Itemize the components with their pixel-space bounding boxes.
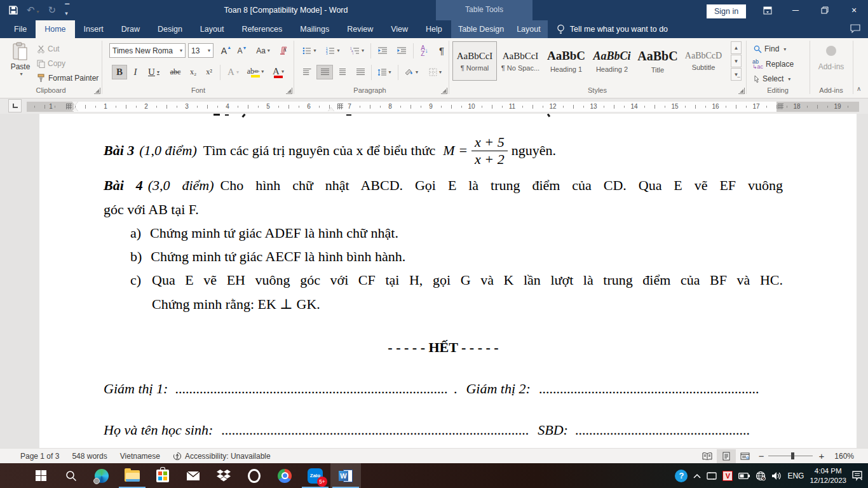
subscript-button[interactable]: x₂: [186, 65, 201, 79]
paragraph-dialog-launcher[interactable]: [441, 88, 447, 94]
network-globe-icon[interactable]: [756, 471, 766, 481]
taskbar-mail-icon[interactable]: [178, 463, 208, 488]
select-button[interactable]: Select▾: [754, 74, 790, 83]
show-marks-button[interactable]: ¶: [435, 43, 449, 58]
h-ruler[interactable]: 112345678910111213141516171819: [27, 102, 859, 112]
sort-button[interactable]: AZ↓: [416, 43, 433, 58]
taskbar-search-icon[interactable]: [56, 463, 86, 488]
tab-home[interactable]: Home: [36, 20, 74, 38]
taskbar-dropbox-icon[interactable]: [208, 463, 239, 488]
font-dialog-launcher[interactable]: [286, 88, 292, 94]
battery-icon[interactable]: [738, 473, 750, 479]
clear-formatting-button[interactable]: A: [276, 43, 291, 58]
decrease-indent-button[interactable]: [374, 43, 391, 58]
save-icon[interactable]: [9, 6, 18, 15]
align-center-button[interactable]: [316, 65, 333, 79]
shrink-font-button[interactable]: A▼: [234, 43, 250, 58]
style-subtitle[interactable]: AaBbCcD Subtitle: [681, 41, 726, 81]
shading-button[interactable]: ▾: [400, 65, 422, 79]
taskbar-explorer-icon[interactable]: [117, 463, 147, 488]
taskbar-zalo-icon[interactable]: Zalo 5+: [300, 463, 330, 488]
tab-table-layout[interactable]: Layout: [510, 20, 547, 38]
taskbar-store-icon[interactable]: [147, 463, 178, 488]
tell-me-box[interactable]: Tell me what you want to do: [548, 20, 677, 38]
highlight-color-button[interactable]: ab✎▾: [245, 65, 266, 79]
print-layout-button[interactable]: [717, 449, 736, 463]
bold-button[interactable]: B: [112, 65, 127, 79]
help-question-icon[interactable]: ?: [675, 470, 688, 482]
zoom-slider[interactable]: [768, 456, 813, 456]
paste-button[interactable]: Paste ▾: [8, 42, 33, 77]
word-count[interactable]: 548 words: [65, 452, 113, 461]
numbering-button[interactable]: 123▾: [322, 43, 344, 58]
taskbar-opera-icon[interactable]: [239, 463, 269, 488]
styles-more-button[interactable]: ▼̲: [731, 68, 742, 81]
tab-review[interactable]: Review: [338, 20, 382, 38]
ribbon-display-options-button[interactable]: [754, 0, 782, 20]
change-case-button[interactable]: Aa▾: [253, 43, 273, 58]
web-layout-button[interactable]: [736, 449, 755, 463]
document-area[interactable]: Bài 3 (1,0 điểm) Tìm các giá trị nguyên …: [0, 114, 868, 448]
unikey-icon[interactable]: V: [722, 471, 733, 481]
clipboard-dialog-launcher[interactable]: [94, 88, 100, 94]
undo-icon[interactable]: ↶▾: [27, 4, 39, 16]
table-column-marker[interactable]: [778, 104, 783, 109]
restore-button[interactable]: [811, 0, 839, 20]
grow-font-button[interactable]: A▲: [219, 43, 234, 58]
replace-button[interactable]: ab↳ac Replace: [752, 59, 794, 69]
input-language[interactable]: ENG: [787, 471, 804, 480]
page-indicator[interactable]: Page 1 of 3: [14, 452, 65, 461]
right-indent-marker[interactable]: [328, 107, 334, 111]
sign-in-button[interactable]: Sign in: [707, 4, 746, 18]
tab-file[interactable]: File: [5, 20, 36, 38]
increase-indent-button[interactable]: [393, 43, 410, 58]
superscript-button[interactable]: x²: [201, 65, 217, 79]
tab-table-design[interactable]: Table Design: [452, 20, 510, 38]
close-button[interactable]: ×: [840, 0, 868, 20]
taskbar-chrome-icon[interactable]: [269, 463, 300, 488]
taskbar-edge-icon[interactable]: [86, 463, 117, 488]
tab-draw[interactable]: Draw: [112, 20, 149, 38]
feedback-comment-icon[interactable]: [850, 24, 860, 33]
zoom-in-button[interactable]: +: [813, 451, 829, 461]
tablet-mode-icon[interactable]: [707, 471, 717, 480]
action-center-icon[interactable]: [852, 471, 863, 481]
minimize-button[interactable]: ─: [782, 0, 810, 20]
styles-scroll-down[interactable]: ▼: [731, 55, 742, 67]
redo-icon[interactable]: ↻: [48, 4, 57, 16]
style-heading2[interactable]: AaBbCi Heading 2: [590, 41, 634, 81]
zoom-out-button[interactable]: −: [755, 451, 768, 461]
line-spacing-button[interactable]: ▾: [374, 65, 395, 79]
zoom-slider-thumb[interactable]: [791, 452, 794, 459]
collapse-ribbon-button[interactable]: ∧: [857, 85, 861, 92]
tab-view[interactable]: View: [382, 20, 417, 38]
tray-chevron-icon[interactable]: [693, 473, 701, 478]
taskbar-word-icon[interactable]: W: [330, 463, 361, 488]
styles-scroll-up[interactable]: ▲: [731, 41, 742, 54]
style-normal[interactable]: AaBbCcI ¶ Normal: [452, 41, 497, 81]
format-painter-button[interactable]: Format Painter: [37, 74, 98, 83]
read-mode-button[interactable]: [698, 449, 717, 463]
font-color-button[interactable]: A▾: [268, 65, 288, 79]
align-left-button[interactable]: [299, 65, 315, 79]
style-no-spacing[interactable]: AaBbCcI ¶ No Spac...: [498, 41, 543, 81]
align-right-button[interactable]: [334, 65, 351, 79]
table-column-marker[interactable]: [66, 104, 72, 109]
zoom-level[interactable]: 160%: [828, 452, 860, 461]
tab-design[interactable]: Design: [149, 20, 191, 38]
speaker-icon[interactable]: [771, 471, 782, 480]
multilevel-list-button[interactable]: 1ai▾: [346, 43, 369, 58]
borders-button[interactable]: ▾: [424, 65, 446, 79]
tab-selector[interactable]: [8, 99, 22, 112]
table-column-marker[interactable]: [337, 104, 343, 109]
tab-mailings[interactable]: Mailings: [291, 20, 338, 38]
styles-dialog-launcher[interactable]: [738, 88, 745, 94]
tab-insert[interactable]: Insert: [75, 20, 112, 38]
bullets-button[interactable]: ▾: [299, 43, 320, 58]
tab-layout[interactable]: Layout: [191, 20, 233, 38]
underline-button[interactable]: U▾: [144, 65, 164, 79]
taskbar-clock[interactable]: 4:04 PM 12/12/2023: [810, 466, 846, 485]
start-button[interactable]: [25, 463, 56, 488]
hanging-indent-marker[interactable]: [72, 107, 78, 111]
strikethrough-button[interactable]: abc: [166, 65, 184, 79]
